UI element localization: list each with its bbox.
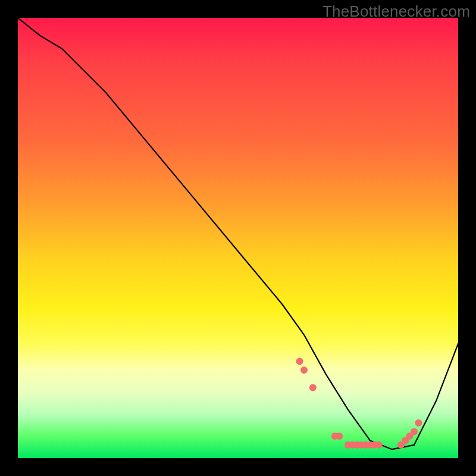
marker-dot bbox=[336, 433, 343, 440]
highlight-markers bbox=[296, 358, 422, 449]
plot-area bbox=[18, 18, 458, 458]
bottleneck-curve bbox=[18, 18, 458, 449]
chart-frame: TheBottlenecker.com bbox=[0, 0, 476, 476]
marker-dot bbox=[296, 358, 303, 365]
marker-dot bbox=[411, 428, 418, 436]
marker-dot bbox=[309, 384, 317, 392]
marker-dot bbox=[415, 419, 422, 427]
watermark-text: TheBottlenecker.com bbox=[322, 2, 470, 21]
marker-dot bbox=[300, 367, 308, 374]
marker-dot bbox=[375, 441, 383, 449]
chart-overlay bbox=[18, 18, 458, 458]
